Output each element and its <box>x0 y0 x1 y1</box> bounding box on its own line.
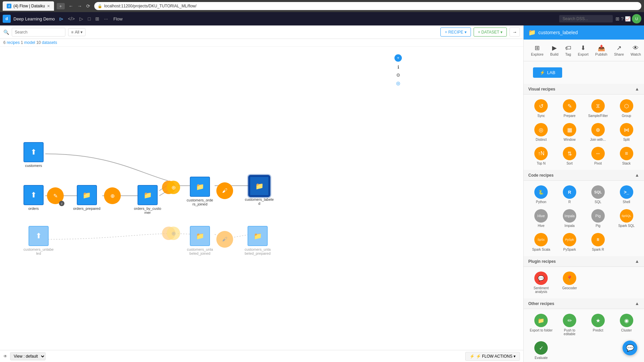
recipe-spark-sql[interactable]: SpSQL Spark SQL <box>613 208 639 229</box>
recipe-geocoder[interactable]: 📍 Geocoder <box>557 270 583 295</box>
recipe-impala[interactable]: Impala Impala <box>557 208 583 229</box>
code-recipes-collapse[interactable]: ▲ <box>635 173 639 178</box>
chart-icon[interactable]: 📈 <box>625 14 631 23</box>
visual-recipes-collapse[interactable]: ▲ <box>635 86 639 92</box>
recipes-link[interactable]: recipes <box>7 40 21 45</box>
nav-code[interactable]: </> <box>66 15 77 23</box>
new-tab-button[interactable]: + <box>57 3 65 9</box>
recipe-window[interactable]: ▦ Window <box>557 122 583 143</box>
export-button[interactable]: ⬇ Export <box>575 43 591 58</box>
nav-home[interactable]: ⊳ <box>57 14 65 23</box>
node-prepare-recipe2[interactable]: 🖌 <box>216 231 233 248</box>
distinct-icon: ◎ <box>534 123 548 136</box>
share-button[interactable]: ↗ Share <box>611 43 627 58</box>
node-orders-by-customer[interactable]: 📁 orders_by_customer <box>132 185 163 215</box>
grid-icon[interactable]: ⊞ <box>615 14 620 23</box>
node-join-recipe[interactable]: ⊕ <box>162 179 180 196</box>
explore-button[interactable]: ⊞ Explore <box>528 43 546 58</box>
recipe-sentiment-analysis[interactable]: 💬 Sentiment analysis <box>528 270 554 295</box>
add-recipe-button[interactable]: + RECIPE ▾ <box>440 27 471 37</box>
node-customers-unlab-prepared[interactable]: 📁 customers_unlabeled_prepared <box>244 226 271 255</box>
node-customers-unlabeled[interactable]: ⬆ customers_unlabeled <box>23 226 54 255</box>
recipe-sql[interactable]: SQL SQL <box>585 184 611 205</box>
node-customers-labeled[interactable]: 📁 customers_labeled <box>244 176 274 205</box>
recipe-pyspark[interactable]: PySpk PySpark <box>557 232 583 253</box>
recipe-r[interactable]: R R <box>557 184 583 205</box>
recipe-join-with[interactable]: ⊕ Join with... <box>585 122 611 143</box>
recipe-export-folder[interactable]: 📁 Export to folder <box>528 312 554 337</box>
browser-tab[interactable]: d (4) Flow | Dataiku ✕ <box>3 1 54 11</box>
recipe-top-n[interactable]: ↑N Top N <box>528 145 554 167</box>
stack-label: Stack <box>622 162 631 165</box>
target-icon[interactable]: ◎ <box>396 80 400 86</box>
node-label-orders: orders <box>28 206 39 210</box>
recipe-split[interactable]: ⋈ Split <box>613 122 639 143</box>
tab-close-icon[interactable]: ✕ <box>47 4 50 8</box>
search-input[interactable] <box>12 28 65 37</box>
flow-canvas[interactable]: ⬆ customers ⬆ orders ✎ 2 � <box>0 47 523 356</box>
nav-more[interactable]: ··· <box>102 15 110 23</box>
forward-button[interactable]: → <box>76 3 84 9</box>
recipe-hive[interactable]: Hive Hive <box>528 208 554 229</box>
nav-deploy[interactable]: ⊞ <box>93 15 101 23</box>
node-recipe2[interactable]: ⊕ <box>104 187 121 204</box>
recipe-evaluate[interactable]: ✓ Evaluate <box>528 340 554 361</box>
recipe-stack[interactable]: ≡ Stack <box>613 145 639 167</box>
recipe-prepare[interactable]: ✎ Prepare <box>557 98 583 119</box>
watch-button[interactable]: 👁 Watch <box>628 43 644 58</box>
plugin-recipes-collapse[interactable]: ▲ <box>635 259 639 264</box>
tag-button[interactable]: 🏷 Tag <box>562 43 574 58</box>
other-recipes-collapse[interactable]: ▲ <box>635 301 639 306</box>
flow-actions-button[interactable]: ⚡ ⚡ FLOW ACTIONS ▾ <box>465 352 520 361</box>
view-select[interactable]: View : default <box>10 352 46 360</box>
recipe-shell[interactable]: >_ Shell <box>613 184 639 205</box>
node-join-recipe2[interactable]: ⊕ <box>162 225 180 242</box>
user-avatar[interactable]: U <box>632 14 641 23</box>
node-prepare-recipe[interactable]: 🖌 <box>216 182 233 199</box>
sync-label: Sync <box>537 114 545 118</box>
refresh-button[interactable]: ⟳ <box>85 3 92 9</box>
datasets-link[interactable]: datasets <box>42 40 57 45</box>
watch-label: Watch <box>631 52 641 56</box>
recipe-python[interactable]: 🐍 Python <box>528 184 554 205</box>
share-icon: ↗ <box>616 44 622 52</box>
recipe-pivot[interactable]: ↔ Pivot <box>585 145 611 167</box>
recipe-sample-filter[interactable]: ⧖ Sample/Filter <box>585 98 611 119</box>
lab-button[interactable]: ⚡ LAB <box>533 67 562 78</box>
app-nav-icons: ⊳ </> ▷ □ ⊞ ··· <box>57 14 110 23</box>
recipe-push-editable[interactable]: ✏ Push to editable <box>557 312 583 337</box>
recipe-sort[interactable]: ⇅ Sort <box>557 145 583 167</box>
recipe-cluster[interactable]: ◉ Cluster <box>613 312 639 337</box>
filter-button[interactable]: ≡ All ▾ <box>68 28 86 36</box>
nav-commit[interactable]: □ <box>86 15 93 23</box>
publish-button[interactable]: 📤 Publish <box>593 43 610 58</box>
node-customers-orders-joined[interactable]: 📁 customers_orders_joined <box>186 177 213 206</box>
settings-icon[interactable]: ⚙ <box>396 72 400 78</box>
node-customers-unlab-joined[interactable]: 📁 customers_unlabeled_joined <box>186 226 213 255</box>
arrow-button[interactable]: → <box>509 27 520 37</box>
nav-run[interactable]: ▷ <box>77 15 85 23</box>
models-link[interactable]: model <box>24 40 36 45</box>
recipe-pig[interactable]: Pig Pig <box>585 208 611 229</box>
node-label-customers: customers <box>25 164 42 168</box>
build-button[interactable]: ▶ Build <box>547 43 561 58</box>
recipe-predict[interactable]: ★ Predict <box>585 312 611 337</box>
info-icon[interactable]: ℹ <box>397 64 399 70</box>
recipe-spark-r[interactable]: R Spark R <box>585 232 611 253</box>
node-orders-prepared[interactable]: 📁 orders_prepared <box>73 185 100 210</box>
help-icon[interactable]: ? <box>621 14 624 23</box>
address-bar[interactable]: 🔒 localhost:11200/projects/DKU_TUTORIAL_… <box>94 2 641 10</box>
node-customers[interactable]: ⬆ customers <box>23 142 44 168</box>
add-dataset-button[interactable]: + DATASET ▾ <box>474 27 507 37</box>
recipe-group[interactable]: ⬡ Group <box>613 98 639 119</box>
back-button[interactable]: ← <box>67 3 75 9</box>
shell-label: Shell <box>623 200 630 204</box>
chat-bubble[interactable]: 💬 <box>623 341 637 355</box>
search-dss-input[interactable] <box>559 15 613 22</box>
recipe-sync[interactable]: ↺ Sync <box>528 98 554 119</box>
node-orders[interactable]: ⬆ orders <box>23 185 44 210</box>
recipe-distinct[interactable]: ◎ Distinct <box>528 122 554 143</box>
add-node-button[interactable]: + <box>394 54 402 62</box>
recipe-spark-scala[interactable]: SpSc Spark Scala <box>528 232 554 253</box>
node-recipe1[interactable]: ✎ 2 <box>47 187 64 204</box>
